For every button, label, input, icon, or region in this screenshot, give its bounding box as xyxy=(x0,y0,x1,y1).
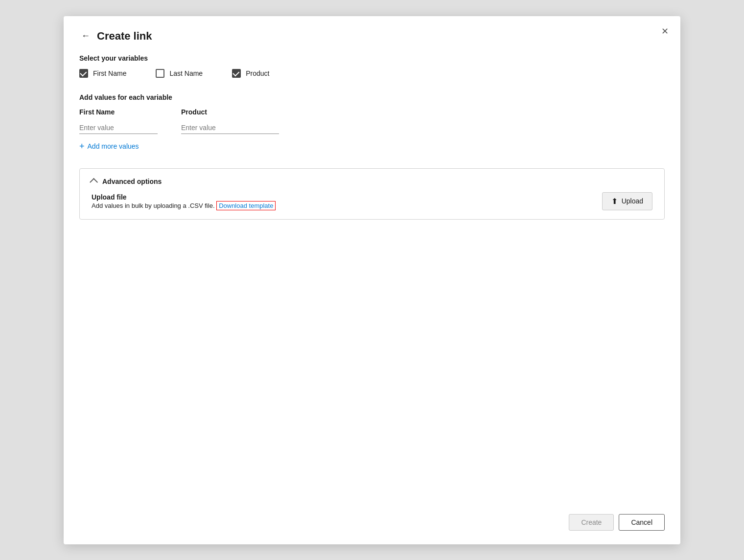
inputs-row xyxy=(79,122,665,134)
variable-product: Product xyxy=(232,69,269,78)
cancel-button[interactable]: Cancel xyxy=(619,514,665,531)
variables-row: First Name Last Name Product xyxy=(79,69,665,78)
upload-row: Upload file Add values in bulk by upload… xyxy=(92,192,652,210)
first-name-input[interactable] xyxy=(79,122,158,134)
add-more-label: Add more values xyxy=(88,142,139,150)
add-values-section: Add values for each variable First Name … xyxy=(79,93,665,151)
upload-file-desc: Add values in bulk by uploading a .CSV f… xyxy=(92,202,276,209)
add-values-title: Add values for each variable xyxy=(79,93,665,101)
dialog-footer: Create Cancel xyxy=(569,514,665,531)
download-template-link[interactable]: Download template xyxy=(216,201,276,210)
chevron-up-icon xyxy=(90,178,98,186)
close-button[interactable]: ✕ xyxy=(661,26,669,37)
upload-icon: ⬆ xyxy=(611,197,618,206)
upload-button[interactable]: ⬆ Upload xyxy=(602,192,652,210)
upload-desc-text: Add values in bulk by uploading a .CSV f… xyxy=(92,202,215,209)
variables-section-title: Select your variables xyxy=(79,54,665,62)
add-more-plus-icon: + xyxy=(79,142,85,151)
upload-file-title: Upload file xyxy=(92,193,276,201)
product-input[interactable] xyxy=(181,122,279,134)
variable-last-name-label: Last Name xyxy=(169,69,203,77)
variable-first-name: First Name xyxy=(79,69,126,78)
dialog-title: Create link xyxy=(97,30,152,43)
create-button[interactable]: Create xyxy=(569,514,614,531)
columns-row: First Name Product xyxy=(79,108,665,116)
advanced-options-section: Advanced options Upload file Add values … xyxy=(79,168,665,220)
checkbox-first-name[interactable] xyxy=(79,69,88,78)
variable-last-name: Last Name xyxy=(156,69,203,78)
variable-product-label: Product xyxy=(246,69,269,77)
col-first-name: First Name xyxy=(79,108,158,116)
checkbox-product[interactable] xyxy=(232,69,241,78)
advanced-options-label: Advanced options xyxy=(102,178,162,185)
variable-first-name-label: First Name xyxy=(93,69,126,77)
back-button[interactable]: ← xyxy=(79,30,92,42)
upload-button-label: Upload xyxy=(622,197,643,205)
dialog-header: ← Create link xyxy=(79,30,665,43)
create-link-dialog: ← Create link ✕ Select your variables Fi… xyxy=(64,16,680,544)
add-more-values-button[interactable]: + Add more values xyxy=(79,142,139,151)
advanced-options-header[interactable]: Advanced options xyxy=(92,178,652,185)
checkbox-last-name[interactable] xyxy=(156,69,164,78)
upload-info: Upload file Add values in bulk by upload… xyxy=(92,193,276,209)
col-product: Product xyxy=(181,108,279,116)
